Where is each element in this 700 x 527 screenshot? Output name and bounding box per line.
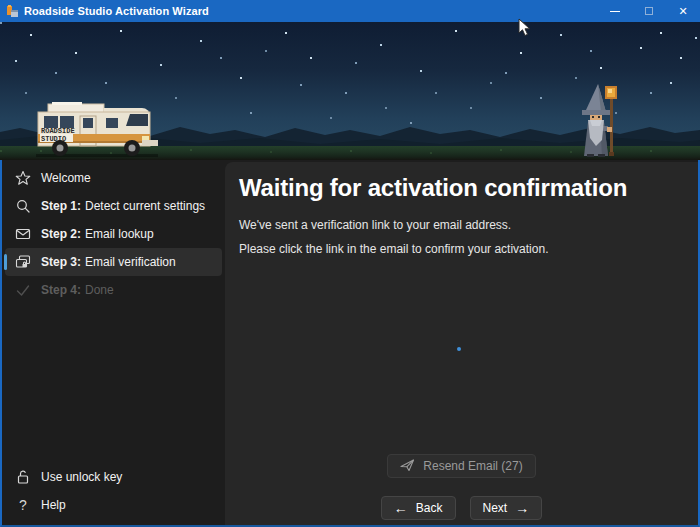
arrow-right-icon: → (515, 501, 529, 515)
content-area: Welcome Step 1:Detect current settings S… (2, 160, 698, 525)
selection-indicator (4, 254, 7, 270)
sidebar-item-label: Step 1:Detect current settings (41, 199, 205, 213)
next-button-label: Next (483, 501, 508, 515)
search-icon (15, 198, 31, 214)
back-button[interactable]: ← Back (381, 496, 456, 520)
sidebar-item-step1[interactable]: Step 1:Detect current settings (5, 192, 222, 220)
mail-icon (15, 226, 31, 242)
app-window: Roadside Studio Activation Wizard ✕ (0, 0, 700, 527)
sidebar-item-label: Step 3:Email verification (41, 255, 176, 269)
wizard-steps-sidebar: Welcome Step 1:Detect current settings S… (2, 160, 225, 525)
sidebar-item-label: Step 2:Email lookup (41, 227, 154, 241)
sidebar-item-label: Welcome (41, 171, 91, 185)
sidebar-item-welcome[interactable]: Welcome (5, 164, 222, 192)
maximize-button[interactable] (632, 0, 666, 22)
send-icon (400, 458, 415, 475)
check-icon (15, 282, 31, 298)
close-button[interactable]: ✕ (666, 0, 700, 22)
page-title: Waiting for activation confirmation (239, 174, 684, 202)
info-text-line1: We've sent a verification link to your e… (239, 218, 684, 232)
camper-van-illustration: ROADSIDE STUDIO (36, 96, 166, 158)
help-icon: ? (15, 497, 31, 513)
vehicle-logo-line1: ROADSIDE (41, 127, 75, 135)
stars-dim (0, 22, 2, 24)
sidebar-spacer (2, 304, 225, 463)
card-verify-icon (15, 254, 31, 270)
navigation-buttons: ← Back Next → (225, 496, 698, 520)
minimize-button[interactable] (598, 0, 632, 22)
sidebar-item-step3[interactable]: Step 3:Email verification (5, 248, 222, 276)
wizard-illustration (576, 82, 624, 158)
arrow-left-icon: ← (394, 501, 408, 515)
resend-email-button[interactable]: Resend Email (27) (387, 454, 535, 478)
maximize-icon (645, 7, 653, 15)
sidebar-item-label: Use unlock key (41, 470, 122, 484)
unlock-icon (15, 469, 31, 485)
sidebar-item-label: Step 4:Done (41, 283, 114, 297)
banner-illustration: ROADSIDE STUDIO (0, 22, 700, 160)
resend-button-label: Resend Email (27) (423, 459, 522, 473)
info-text-line2: Please click the link in the email to co… (239, 242, 684, 256)
sidebar-item-help[interactable]: ? Help (5, 491, 222, 519)
wizard-page: Waiting for activation confirmation We'v… (225, 162, 698, 525)
next-button[interactable]: Next → (470, 496, 543, 520)
app-icon (6, 5, 19, 18)
sidebar-item-unlock-key[interactable]: Use unlock key (5, 463, 222, 491)
close-icon: ✕ (678, 6, 687, 17)
sidebar-item-label: Help (41, 498, 66, 512)
mouse-cursor (518, 18, 532, 38)
progress-spinner (457, 347, 461, 351)
sidebar-item-step4[interactable]: Step 4:Done (5, 276, 222, 304)
resend-row: Resend Email (27) (225, 454, 698, 478)
window-controls: ✕ (598, 0, 700, 22)
minimize-icon (610, 11, 620, 12)
window-title: Roadside Studio Activation Wizard (24, 5, 209, 17)
star-icon (15, 170, 31, 186)
sidebar-item-step2[interactable]: Step 2:Email lookup (5, 220, 222, 248)
back-button-label: Back (416, 501, 443, 515)
grass-flecks (0, 150, 2, 152)
titlebar[interactable]: Roadside Studio Activation Wizard ✕ (0, 0, 700, 22)
